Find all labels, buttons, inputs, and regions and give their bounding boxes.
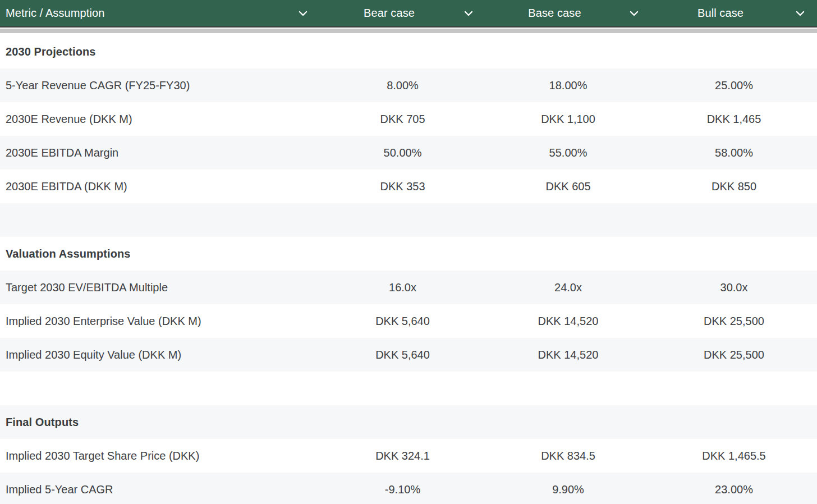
bear-case-cell[interactable]: DKK 324.1 <box>320 450 485 462</box>
base-case-cell[interactable]: 24.0x <box>485 281 651 294</box>
metric-cell[interactable]: Target 2030 EV/EBITDA Multiple <box>0 281 320 294</box>
table-row: 2030E EBITDA Margin50.00%55.00%58.00% <box>0 136 817 169</box>
base-case-cell[interactable]: DKK 14,520 <box>485 315 651 328</box>
metric-cell[interactable]: 2030E EBITDA (DKK M) <box>0 180 320 193</box>
bull-case-cell[interactable]: DKK 850 <box>651 180 817 193</box>
column-header-label: Bear case <box>320 7 458 20</box>
bull-case-cell[interactable]: 25.00% <box>651 79 817 92</box>
table-row: Implied 2030 Equity Value (DKK M)DKK 5,6… <box>0 338 817 372</box>
bull-case-cell[interactable]: DKK 25,500 <box>651 315 817 328</box>
bull-case-cell[interactable]: 30.0x <box>651 281 817 294</box>
base-case-cell[interactable]: DKK 1,100 <box>485 113 651 126</box>
table-row: Implied 5-Year CAGR-9.10%9.90%23.00% <box>0 473 817 504</box>
bull-case-cell[interactable]: 23.00% <box>651 483 817 496</box>
column-header-metric[interactable]: Metric / Assumption <box>0 0 320 26</box>
bull-case-cell[interactable]: DKK 1,465 <box>651 113 817 126</box>
metric-cell[interactable]: Valuation Assumptions <box>0 248 320 260</box>
spacer-row <box>0 203 817 237</box>
base-case-cell[interactable]: DKK 834.5 <box>485 450 651 462</box>
base-case-cell[interactable]: DKK 14,520 <box>485 349 651 361</box>
bear-case-cell[interactable]: 8.00% <box>320 79 485 92</box>
base-case-cell[interactable]: 9.90% <box>485 483 651 496</box>
table-row: 2030E Revenue (DKK M)DKK 705DKK 1,100DKK… <box>0 102 817 136</box>
base-case-cell[interactable]: 55.00% <box>485 146 651 159</box>
bear-case-cell[interactable]: 16.0x <box>320 281 485 294</box>
bear-case-cell[interactable]: DKK 353 <box>320 180 485 193</box>
header-divider-bar <box>0 29 817 33</box>
chevron-down-icon[interactable] <box>464 11 473 16</box>
table-body: 2030 Projections5-Year Revenue CAGR (FY2… <box>0 35 817 504</box>
scenario-table: Metric / Assumption Bear case Base case … <box>0 0 817 504</box>
table-row: 2030E EBITDA (DKK M)DKK 353DKK 605DKK 85… <box>0 169 817 203</box>
metric-cell[interactable]: 2030 Projections <box>0 45 320 58</box>
bear-case-cell[interactable]: 50.00% <box>320 146 485 159</box>
base-case-cell[interactable]: 18.00% <box>485 79 651 92</box>
table-row: Implied 2030 Target Share Price (DKK)DKK… <box>0 439 817 473</box>
bear-case-cell[interactable]: DKK 5,640 <box>320 349 485 361</box>
bull-case-cell[interactable]: 58.00% <box>651 146 817 159</box>
section-header-row: Valuation Assumptions <box>0 237 817 271</box>
bear-case-cell[interactable]: DKK 705 <box>320 113 485 126</box>
table-row: 5-Year Revenue CAGR (FY25-FY30)8.00%18.0… <box>0 68 817 102</box>
column-header-bull-case[interactable]: Bull case <box>651 0 817 26</box>
section-header-row: 2030 Projections <box>0 35 817 68</box>
metric-cell[interactable]: 5-Year Revenue CAGR (FY25-FY30) <box>0 79 320 92</box>
chevron-down-icon[interactable] <box>299 11 307 16</box>
table-row: Implied 2030 Enterprise Value (DKK M)DKK… <box>0 304 817 338</box>
metric-cell[interactable]: Final Outputs <box>0 416 320 429</box>
metric-cell[interactable]: Implied 2030 Enterprise Value (DKK M) <box>0 315 320 328</box>
bull-case-cell[interactable]: DKK 1,465.5 <box>651 450 817 462</box>
metric-cell[interactable]: 2030E Revenue (DKK M) <box>0 113 320 126</box>
table-header-row: Metric / Assumption Bear case Base case … <box>0 0 817 28</box>
column-header-label: Base case <box>485 7 624 20</box>
bear-case-cell[interactable]: DKK 5,640 <box>320 315 485 328</box>
metric-cell[interactable]: Implied 2030 Equity Value (DKK M) <box>0 349 320 361</box>
metric-cell[interactable]: Implied 5-Year CAGR <box>0 483 320 496</box>
chevron-down-icon[interactable] <box>630 11 639 16</box>
bull-case-cell[interactable]: DKK 25,500 <box>651 349 817 361</box>
column-header-label: Metric / Assumption <box>0 7 293 20</box>
column-header-bear-case[interactable]: Bear case <box>320 0 485 26</box>
metric-cell[interactable]: 2030E EBITDA Margin <box>0 146 320 159</box>
table-row: Target 2030 EV/EBITDA Multiple16.0x24.0x… <box>0 271 817 304</box>
metric-cell[interactable]: Implied 2030 Target Share Price (DKK) <box>0 450 320 462</box>
column-header-base-case[interactable]: Base case <box>485 0 651 26</box>
base-case-cell[interactable]: DKK 605 <box>485 180 651 193</box>
bear-case-cell[interactable]: -9.10% <box>320 483 485 496</box>
chevron-down-icon[interactable] <box>796 11 805 16</box>
section-header-row: Final Outputs <box>0 405 817 439</box>
spacer-row <box>0 372 817 405</box>
header-divider <box>0 29 817 35</box>
column-header-label: Bull case <box>651 7 790 20</box>
